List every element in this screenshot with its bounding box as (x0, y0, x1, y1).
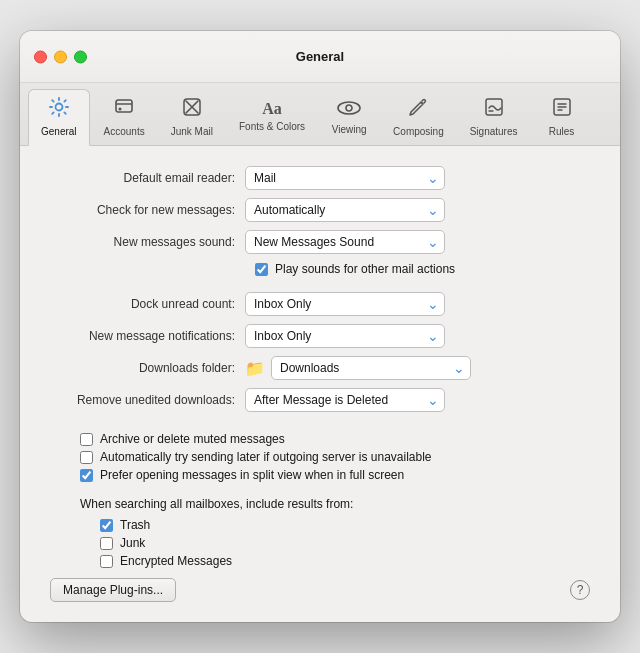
fonts-colors-icon: Aa (262, 100, 282, 118)
default-email-reader-select[interactable]: Mail (245, 166, 445, 190)
tab-fonts-colors[interactable]: Aa Fonts & Colors (227, 89, 317, 145)
maximize-button[interactable] (74, 50, 87, 63)
check-new-messages-row: Check for new messages: Automatically Ev… (50, 198, 590, 222)
minimize-button[interactable] (54, 50, 67, 63)
downloads-folder-select[interactable]: Downloads (271, 356, 471, 380)
tab-accounts[interactable]: Accounts (92, 89, 157, 145)
split-view-row: Prefer opening messages in split view wh… (80, 468, 590, 482)
check-new-messages-select[interactable]: Automatically Every Minute Every 5 Minut… (245, 198, 445, 222)
trash-checkbox[interactable] (100, 519, 113, 532)
svg-rect-1 (116, 100, 132, 112)
remove-unedited-control: After Message is Deleted Never When Mail… (245, 388, 590, 412)
encrypted-label: Encrypted Messages (120, 554, 232, 568)
archive-checkbox[interactable] (80, 433, 93, 446)
svg-point-2 (119, 107, 122, 110)
auto-send-row: Automatically try sending later if outgo… (80, 450, 590, 464)
downloads-select-wrapper: Downloads ⌄ (271, 356, 471, 380)
junk-label: Junk (120, 536, 145, 550)
remove-unedited-row: Remove unedited downloads: After Message… (50, 388, 590, 412)
tab-signatures[interactable]: Signatures (458, 89, 530, 145)
new-messages-sound-select-wrapper: New Messages Sound None ⌄ (245, 230, 445, 254)
play-sounds-row: Play sounds for other mail actions (255, 262, 590, 276)
encrypted-checkbox[interactable] (100, 555, 113, 568)
folder-icon: 📁 (245, 359, 265, 378)
remove-unedited-select[interactable]: After Message is Deleted Never When Mail… (245, 388, 445, 412)
composing-icon (407, 96, 429, 123)
rules-icon (551, 96, 573, 123)
split-view-label: Prefer opening messages in split view wh… (100, 468, 404, 482)
tab-general[interactable]: General (28, 89, 90, 146)
rules-label: Rules (549, 126, 575, 137)
downloads-folder-label: Downloads folder: (50, 361, 245, 375)
new-messages-sound-label: New messages sound: (50, 235, 245, 249)
accounts-label: Accounts (104, 126, 145, 137)
dock-unread-select[interactable]: Inbox Only All Mailboxes None (245, 292, 445, 316)
tab-viewing[interactable]: Viewing (319, 89, 379, 145)
search-label: When searching all mailboxes, include re… (80, 497, 353, 511)
dock-unread-control: Inbox Only All Mailboxes None ⌄ (245, 292, 590, 316)
tab-composing[interactable]: Composing (381, 89, 456, 145)
new-messages-sound-select[interactable]: New Messages Sound None (245, 230, 445, 254)
accounts-icon (113, 96, 135, 123)
signatures-icon (483, 96, 505, 123)
titlebar: General (20, 31, 620, 83)
viewing-label: Viewing (332, 124, 367, 135)
content-area: Default email reader: Mail ⌄ Check for n… (20, 146, 620, 622)
help-button[interactable]: ? (570, 580, 590, 600)
dock-unread-select-wrapper: Inbox Only All Mailboxes None ⌄ (245, 292, 445, 316)
auto-send-checkbox[interactable] (80, 451, 93, 464)
trash-row: Trash (100, 518, 590, 532)
new-messages-sound-row: New messages sound: New Messages Sound N… (50, 230, 590, 254)
close-button[interactable] (34, 50, 47, 63)
archive-row: Archive or delete muted messages (80, 432, 590, 446)
new-message-notifications-control: Inbox Only All Mailboxes VIP ⌄ (245, 324, 590, 348)
split-view-checkbox[interactable] (80, 469, 93, 482)
new-messages-sound-control: New Messages Sound None ⌄ (245, 230, 590, 254)
general-label: General (41, 126, 77, 137)
new-message-notifications-select-wrapper: Inbox Only All Mailboxes VIP ⌄ (245, 324, 445, 348)
auto-send-label: Automatically try sending later if outgo… (100, 450, 432, 464)
composing-label: Composing (393, 126, 444, 137)
default-email-reader-control: Mail ⌄ (245, 166, 590, 190)
junk-mail-label: Junk Mail (171, 126, 213, 137)
archive-label: Archive or delete muted messages (100, 432, 285, 446)
junk-mail-icon (181, 96, 203, 123)
viewing-icon (337, 98, 361, 121)
remove-unedited-select-wrapper: After Message is Deleted Never When Mail… (245, 388, 445, 412)
svg-point-5 (346, 105, 352, 111)
new-message-notifications-select[interactable]: Inbox Only All Mailboxes VIP (245, 324, 445, 348)
default-email-reader-row: Default email reader: Mail ⌄ (50, 166, 590, 190)
trash-label: Trash (120, 518, 150, 532)
default-email-reader-select-wrapper: Mail ⌄ (245, 166, 445, 190)
new-message-notifications-label: New message notifications: (50, 329, 245, 343)
downloads-folder-control: 📁 Downloads ⌄ (245, 356, 590, 380)
toolbar: General Accounts Junk Mail Aa (20, 83, 620, 146)
fonts-colors-label: Fonts & Colors (239, 121, 305, 132)
traffic-lights (34, 50, 87, 63)
general-icon (48, 96, 70, 123)
tab-junk-mail[interactable]: Junk Mail (159, 89, 225, 145)
dock-unread-label: Dock unread count: (50, 297, 245, 311)
downloads-row-inner: 📁 Downloads ⌄ (245, 356, 590, 380)
window-title: General (296, 49, 344, 64)
check-new-messages-label: Check for new messages: (50, 203, 245, 217)
svg-point-4 (338, 102, 360, 114)
settings-window: General General Accounts (20, 31, 620, 622)
encrypted-row: Encrypted Messages (100, 554, 590, 568)
check-new-messages-select-wrapper: Automatically Every Minute Every 5 Minut… (245, 198, 445, 222)
remove-unedited-label: Remove unedited downloads: (50, 393, 245, 407)
play-sounds-label: Play sounds for other mail actions (275, 262, 455, 276)
junk-checkbox[interactable] (100, 537, 113, 550)
signatures-label: Signatures (470, 126, 518, 137)
new-message-notifications-row: New message notifications: Inbox Only Al… (50, 324, 590, 348)
dock-unread-row: Dock unread count: Inbox Only All Mailbo… (50, 292, 590, 316)
downloads-folder-row: Downloads folder: 📁 Downloads ⌄ (50, 356, 590, 380)
play-sounds-checkbox[interactable] (255, 263, 268, 276)
manage-plugins-button[interactable]: Manage Plug-ins... (50, 578, 176, 602)
junk-row: Junk (100, 536, 590, 550)
default-email-reader-label: Default email reader: (50, 171, 245, 185)
svg-point-0 (55, 104, 62, 111)
tab-rules[interactable]: Rules (532, 89, 592, 145)
check-new-messages-control: Automatically Every Minute Every 5 Minut… (245, 198, 590, 222)
